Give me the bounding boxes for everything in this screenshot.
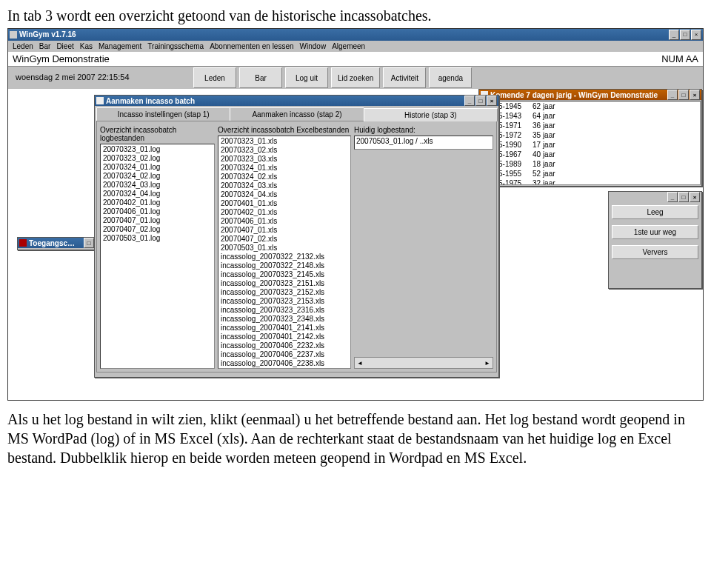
log-file-item[interactable]: 20070407_02.log xyxy=(101,225,213,234)
birthdays-close-button[interactable]: × xyxy=(690,90,700,100)
menu-management[interactable]: Management xyxy=(99,42,141,50)
birthday-row[interactable]: 04-05-199017 jaar xyxy=(481,140,700,150)
xls-file-item[interactable]: incassolog_20070323_2151.xls xyxy=(219,279,350,288)
xls-file-item[interactable]: 20070324_04.xls xyxy=(219,190,350,199)
xls-file-item[interactable]: incassolog_20070323_2316.xls xyxy=(219,306,350,315)
xls-file-item[interactable]: 20070401_01.xls xyxy=(219,199,350,208)
log-file-item[interactable]: 20070323_01.log xyxy=(101,145,213,154)
log-file-item[interactable]: 20070402_01.log xyxy=(101,198,213,207)
xls-file-item[interactable]: 20070324_02.xls xyxy=(219,173,350,181)
xls-file-item[interactable]: incassolog_20070401_2142.xls xyxy=(219,333,350,341)
xls-file-item[interactable]: 20070324_03.xls xyxy=(219,181,350,190)
maximize-button[interactable]: □ xyxy=(680,30,690,40)
toolbar-loguit-button[interactable]: Log uit xyxy=(285,67,328,88)
tab-stap1[interactable]: Incasso instellingen (stap 1) xyxy=(96,107,230,121)
current-log-textbox[interactable]: 20070503_01.log / ..xls xyxy=(354,136,493,150)
status-indicator: NUM AA xyxy=(661,53,698,64)
birthdays-list[interactable]: 02-05-194562 jaar02-05-194364 jaar03-05-… xyxy=(480,101,701,185)
menu-dieet[interactable]: Dieet xyxy=(56,42,73,50)
xls-file-item[interactable]: 20070324_01.xls xyxy=(219,164,350,173)
uurweg-button[interactable]: 1ste uur weg xyxy=(612,225,698,239)
log-file-item[interactable]: 20070324_04.log xyxy=(101,190,213,198)
xls-file-item[interactable]: 20070323_02.xls xyxy=(219,146,350,155)
menu-window[interactable]: Window xyxy=(300,42,327,50)
birthday-row[interactable]: 07-05-195552 jaar xyxy=(481,169,700,178)
side-panel-window: _ □ × Leeg 1ste uur weg Ververs xyxy=(608,191,702,289)
incasso-min-button[interactable]: _ xyxy=(464,96,475,106)
incasso-max-button[interactable]: □ xyxy=(475,96,486,106)
birthday-age: 17 jaar xyxy=(533,140,555,150)
xls-file-item[interactable]: 20070323_03.xls xyxy=(219,155,350,164)
log-file-item[interactable]: 20070407_01.log xyxy=(101,216,213,225)
toolbar-agenda-button[interactable]: agenda xyxy=(429,67,472,88)
toolbar-activiteit-button[interactable]: Activiteit xyxy=(383,67,426,88)
close-button[interactable]: × xyxy=(691,30,701,40)
birthday-row[interactable]: 04-05-197235 jaar xyxy=(481,130,700,140)
birthday-row[interactable]: 02-05-194364 jaar xyxy=(481,111,700,121)
leeg-button[interactable]: Leeg xyxy=(612,205,698,219)
hscrollbar[interactable]: ◄ ► xyxy=(354,357,493,369)
toolbar-bar-button[interactable]: Bar xyxy=(239,67,282,88)
birthdays-min-button[interactable]: _ xyxy=(667,90,678,100)
main-title-bar: WinGym v1.7.16 _ □ × xyxy=(8,29,703,41)
sub-title-text: WinGym Demonstratie xyxy=(13,53,110,64)
xls-file-item[interactable]: 20070407_02.xls xyxy=(219,235,350,244)
xls-file-item[interactable]: incassolog_20070323_2153.xls xyxy=(219,297,350,306)
tab-stap3[interactable]: Historie (stap 3) xyxy=(364,108,498,121)
toegangs-restore-button[interactable]: □ xyxy=(84,238,94,248)
log-file-item[interactable]: 20070324_03.log xyxy=(101,181,213,190)
menu-abonnementen[interactable]: Abonnementen en lessen xyxy=(210,42,293,50)
xls-file-item[interactable]: 20070503_01.xls xyxy=(219,244,350,253)
birthday-row[interactable]: 02-05-194562 jaar xyxy=(481,101,700,111)
tab-stap2[interactable]: Aanmaken incasso (stap 2) xyxy=(230,107,364,121)
log-file-item[interactable]: 20070323_02.log xyxy=(101,154,213,163)
xls-file-item[interactable]: 20070323_01.xls xyxy=(219,137,350,146)
log-file-item[interactable]: 20070324_01.log xyxy=(101,163,213,172)
screenshot-container: WinGym v1.7.16 _ □ × Leden Bar Dieet Kas… xyxy=(7,28,704,401)
birthdays-max-button[interactable]: □ xyxy=(678,90,689,100)
toegangs-title-bar[interactable]: Toegangsc… □ × xyxy=(18,238,107,248)
incasso-tabs: Incasso instellingen (stap 1) Aanmaken i… xyxy=(96,107,497,121)
menu-kas[interactable]: Kas xyxy=(80,42,93,50)
scroll-right-button[interactable]: ► xyxy=(482,360,493,367)
xls-file-item[interactable]: incassolog_20070322_2132.xls xyxy=(219,253,350,261)
side-panel-title-bar[interactable]: _ □ × xyxy=(609,192,701,202)
incasso-window: Aanmaken incasso batch _ □ × Incasso ins… xyxy=(94,95,499,378)
xls-file-item[interactable]: incassolog_20070406_2237.xls xyxy=(219,350,350,359)
side-panel-close-button[interactable]: × xyxy=(690,192,700,202)
toolbar-leden-button[interactable]: Leden xyxy=(193,67,236,88)
side-panel-max-button[interactable]: □ xyxy=(678,192,689,202)
menu-bar-item[interactable]: Bar xyxy=(39,42,51,50)
side-panel-min-button[interactable]: _ xyxy=(667,192,678,202)
xls-file-item[interactable]: incassolog_20070406_2232.xls xyxy=(219,341,350,350)
birthday-row[interactable]: 05-05-196740 jaar xyxy=(481,150,700,159)
xls-file-item[interactable]: incassolog_20070323_2152.xls xyxy=(219,288,350,297)
birthdays-title-bar[interactable]: Komende 7 dagen jarig - WinGym Demonstra… xyxy=(479,90,701,100)
birthday-row[interactable]: 07-05-197532 jaar xyxy=(481,178,700,185)
log-file-item[interactable]: 20070406_01.log xyxy=(101,207,213,216)
incasso-close-button[interactable]: × xyxy=(487,96,497,106)
xls-file-item[interactable]: incassolog_20070401_2141.xls xyxy=(219,324,350,333)
xls-file-item[interactable]: incassolog_20070323_2145.xls xyxy=(219,270,350,279)
menu-algemeen[interactable]: Algemeen xyxy=(332,42,365,50)
menu-trainingsschema[interactable]: Trainingsschema xyxy=(147,42,204,50)
xls-file-item[interactable]: 20070407_01.xls xyxy=(219,226,350,235)
birthday-row[interactable]: 05-05-198918 jaar xyxy=(481,159,700,169)
xls-file-item[interactable]: 20070406_01.xls xyxy=(219,217,350,226)
ververs-button[interactable]: Ververs xyxy=(612,245,698,259)
scroll-left-button[interactable]: ◄ xyxy=(355,360,365,367)
birthday-row[interactable]: 03-05-197136 jaar xyxy=(481,121,700,130)
log-file-item[interactable]: 20070503_01.log xyxy=(101,234,213,243)
incasso-title-bar[interactable]: Aanmaken incasso batch _ □ × xyxy=(95,96,498,106)
xls-file-item[interactable]: incassolog_20070322_2148.xls xyxy=(219,261,350,270)
toolbar-lidzoeken-button[interactable]: Lid zoeken xyxy=(331,67,380,88)
xls-file-item[interactable]: incassolog_20070406_2238.xls xyxy=(219,359,350,368)
xls-file-item[interactable]: incassolog_20070323_2348.xls xyxy=(219,315,350,324)
xls-files-listbox[interactable]: 20070323_01.xls20070323_02.xls20070323_0… xyxy=(218,136,351,369)
minimize-button[interactable]: _ xyxy=(669,30,679,40)
log-file-item[interactable]: 20070324_02.log xyxy=(101,172,213,181)
xls-file-item[interactable]: incassolog_20070406_2247.xls xyxy=(219,368,350,369)
xls-file-item[interactable]: 20070402_01.xls xyxy=(219,208,350,217)
log-files-listbox[interactable]: 20070323_01.log20070323_02.log20070324_0… xyxy=(100,144,215,369)
menu-leden[interactable]: Leden xyxy=(13,42,33,50)
